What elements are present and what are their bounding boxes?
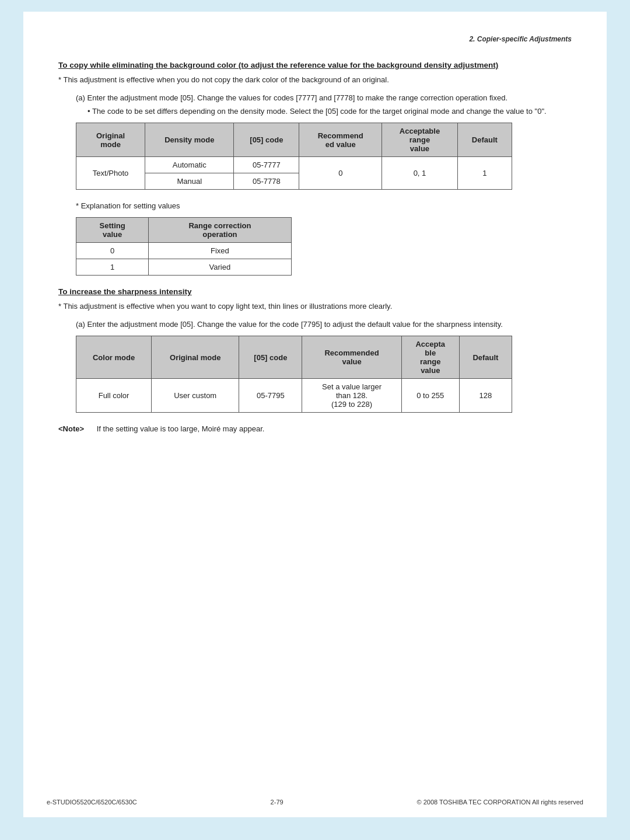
- table2-row2-col2: Varied: [149, 259, 291, 276]
- footer-left: e-STUDIO5520C/6520C/6530C: [47, 799, 137, 806]
- table1-row1-col2: Automatic: [145, 157, 234, 173]
- table1-row1-col5: 0, 1: [382, 157, 458, 190]
- explanation-label: * Explanation for setting values: [76, 201, 572, 210]
- table3-col1-header: Color mode: [76, 336, 152, 379]
- table3-row1-col3: 05-7795: [239, 379, 302, 413]
- table3-col6-header: Default: [459, 336, 512, 379]
- table3-row1-col4: Set a value largerthan 128.(129 to 228): [302, 379, 401, 413]
- section1-note1: * This adjustment is effective when you …: [58, 75, 572, 84]
- table1-col5-header: Acceptablerangevalue: [382, 123, 458, 157]
- footer-right: © 2008 TOSHIBA TEC CORPORATION All right…: [417, 799, 583, 806]
- table1-row1-col1: Text/Photo: [76, 157, 145, 190]
- table2-row1-col2: Fixed: [149, 243, 291, 259]
- footer-center: 2-79: [271, 799, 284, 806]
- section1-para1: (a) Enter the adjustment mode [05]. Chan…: [76, 93, 572, 102]
- table1-col1-header: Originalmode: [76, 123, 145, 157]
- page-footer: e-STUDIO5520C/6520C/6530C 2-79 © 2008 TO…: [23, 799, 607, 806]
- table2-col2-header: Range correctionoperation: [149, 218, 291, 243]
- table3-row1-col2: User custom: [152, 379, 239, 413]
- table2-row1-col1: 0: [76, 243, 149, 259]
- table3-col2-header: Original mode: [152, 336, 239, 379]
- section2-title: To increase the sharpness intensity: [58, 287, 572, 296]
- table3-col4-header: Recommendedvalue: [302, 336, 401, 379]
- table1-col4-header: Recommended value: [299, 123, 382, 157]
- table1-row2-col3: 05-7778: [234, 173, 299, 190]
- chapter-header: 2. Copier-specific Adjustments: [58, 35, 572, 43]
- table1-col6-header: Default: [457, 123, 512, 157]
- note-text: If the setting value is too large, Moiré…: [97, 424, 265, 433]
- table2-row2-col1: 1: [76, 259, 149, 276]
- section1-bullet1: • The code to be set differs depending o…: [88, 107, 572, 116]
- section2-note1: * This adjustment is effective when you …: [58, 302, 572, 311]
- table1-row1-col4: 0: [299, 157, 382, 190]
- table1-row1-col3: 05-7777: [234, 157, 299, 173]
- table2: Settingvalue Range correctionoperation 0…: [76, 217, 292, 276]
- table1: Originalmode Density mode [05] code Reco…: [76, 123, 512, 190]
- table3-col3-header: [05] code: [239, 336, 302, 379]
- table3-row1-col6: 128: [459, 379, 512, 413]
- note-label: <Note>: [58, 424, 84, 433]
- table3-row1-col5: 0 to 255: [401, 379, 459, 413]
- note-block: <Note> If the setting value is too large…: [58, 424, 572, 433]
- section2-para1: (a) Enter the adjustment mode [05]. Chan…: [76, 320, 572, 329]
- table2-col1-header: Settingvalue: [76, 218, 149, 243]
- table1-row1-col6: 1: [457, 157, 512, 190]
- table1-col2-header: Density mode: [145, 123, 234, 157]
- table3: Color mode Original mode [05] code Recom…: [76, 336, 512, 413]
- section1-title: To copy while eliminating the background…: [58, 61, 572, 69]
- table3-col5-header: Acceptablerangevalue: [401, 336, 459, 379]
- table1-row2-col2: Manual: [145, 173, 234, 190]
- table1-col3-header: [05] code: [234, 123, 299, 157]
- table3-row1-col1: Full color: [76, 379, 152, 413]
